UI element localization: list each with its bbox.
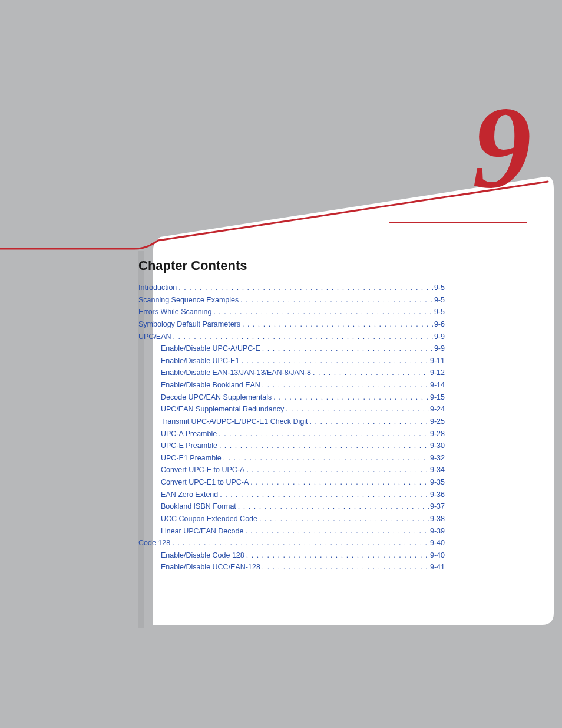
toc-entry-page: 9-25	[429, 416, 445, 428]
toc-leader-dots	[170, 537, 429, 549]
toc-leader-dots	[257, 513, 429, 525]
toc-leader-dots	[217, 440, 429, 452]
toc-entry-page: 9-39	[429, 525, 445, 538]
toc-entry-label: Transmit UPC-A/UPC-E/UPC-E1 Check Digit	[161, 416, 308, 428]
toc-entry-label: Enable/Disable Code 128	[161, 549, 244, 562]
toc-entry-label: UPC-E Preamble	[161, 440, 217, 452]
toc-entry-page: 9-38	[429, 513, 445, 525]
toc-entry-page: 9-24	[429, 403, 445, 416]
toc-entry[interactable]: EAN Zero Extend9-36	[138, 489, 445, 501]
toc-entry[interactable]: Enable/Disable Code 1289-40	[138, 549, 445, 562]
toc-leader-dots	[217, 428, 429, 440]
toc-list: Introduction9-5Scanning Sequence Example…	[138, 282, 445, 574]
toc-entry-page: 9-36	[429, 489, 445, 501]
toc-leader-dots	[284, 403, 429, 416]
toc-leader-dots	[244, 464, 429, 476]
toc-entry[interactable]: UPC-A Preamble9-28	[138, 428, 445, 440]
toc-leader-dots	[171, 331, 433, 343]
toc-entry-label: Enable/Disable UCC/EAN-128	[161, 561, 260, 574]
toc-entry-label: UCC Coupon Extended Code	[161, 513, 257, 525]
toc-entry-label: Introduction	[138, 282, 177, 294]
toc-entry[interactable]: Decode UPC/EAN Supplementals9-15	[138, 391, 445, 404]
toc-entry-label: Enable/Disable EAN-13/JAN-13/EAN-8/JAN-8	[161, 367, 311, 379]
toc-entry[interactable]: Code 1289-40	[138, 537, 445, 549]
toc-entry[interactable]: UCC Coupon Extended Code9-38	[138, 513, 445, 525]
toc-entry-label: Enable/Disable UPC-E1	[161, 355, 239, 367]
toc-leader-dots	[260, 342, 433, 355]
toc-entry-page: 9-5	[433, 282, 445, 294]
toc-leader-dots	[211, 306, 433, 318]
toc-entry-page: 9-35	[429, 476, 445, 489]
toc-entry[interactable]: Errors While Scanning9-5	[138, 306, 445, 318]
toc-entry-label: Linear UPC/EAN Decode	[161, 525, 243, 538]
toc-entry[interactable]: Transmit UPC-A/UPC-E/UPC-E1 Check Digit9…	[138, 416, 445, 428]
toc-entry-label: Convert UPC-E to UPC-A	[161, 464, 244, 476]
toc-entry-page: 9-9	[433, 342, 445, 355]
toc-leader-dots	[218, 489, 429, 501]
toc-leader-dots	[244, 549, 429, 562]
toc-leader-dots	[311, 367, 429, 379]
toc-entry[interactable]: UPC/EAN9-9	[138, 331, 445, 343]
toc-entry[interactable]: Convert UPC-E to UPC-A9-34	[138, 464, 445, 476]
toc-entry-page: 9-40	[429, 549, 445, 562]
toc-entry-label: Convert UPC-E1 to UPC-A	[161, 476, 249, 489]
toc-entry-label: Scanning Sequence Examples	[138, 294, 239, 307]
chapter-number: 9	[472, 88, 527, 206]
toc-entry[interactable]: UPC-E Preamble9-30	[138, 440, 445, 452]
toc-entry[interactable]: Enable/Disable UPC-A/UPC-E9-9	[138, 342, 445, 355]
toc-entry-label: Decode UPC/EAN Supplementals	[161, 391, 272, 404]
toc-entry-page: 9-40	[429, 537, 445, 549]
toc-entry-label: Code 128	[138, 537, 170, 549]
toc-entry[interactable]: Bookland ISBN Format9-37	[138, 500, 445, 513]
toc-entry-page: 9-6	[433, 318, 445, 331]
page: 9 Symbologies Chapter Contents Introduct…	[0, 0, 562, 728]
toc-entry-label: Enable/Disable Bookland EAN	[161, 379, 260, 391]
toc-entry-page: 9-28	[429, 428, 445, 440]
toc-entry-page: 9-32	[429, 452, 445, 465]
toc-entry[interactable]: Enable/Disable Bookland EAN9-14	[138, 379, 445, 391]
toc-entry[interactable]: Linear UPC/EAN Decode9-39	[138, 525, 445, 538]
toc-entry-label: Symbology Default Parameters	[138, 318, 240, 331]
toc-entry-page: 9-5	[433, 294, 445, 307]
toc-entry-page: 9-11	[429, 355, 445, 367]
toc-entry-page: 9-41	[429, 561, 445, 574]
toc-entry[interactable]: Symbology Default Parameters9-6	[138, 318, 445, 331]
toc-entry-label: Errors While Scanning	[138, 306, 211, 318]
toc-entry-label: UPC/EAN Supplemental Redundancy	[161, 403, 284, 416]
toc-leader-dots	[240, 318, 433, 331]
toc-entry[interactable]: Scanning Sequence Examples9-5	[138, 294, 445, 307]
toc-entry-page: 9-15	[429, 391, 445, 404]
toc-leader-dots	[239, 294, 433, 307]
toc-entry-label: UPC/EAN	[138, 331, 171, 343]
toc-leader-dots	[308, 416, 429, 428]
toc-leader-dots	[177, 282, 433, 294]
toc-leader-dots	[249, 476, 429, 489]
toc-entry[interactable]: Introduction9-5	[138, 282, 445, 294]
toc-entry[interactable]: UPC/EAN Supplemental Redundancy9-24	[138, 403, 445, 416]
toc-entry[interactable]: Enable/Disable UCC/EAN-1289-41	[138, 561, 445, 574]
toc-leader-dots	[239, 355, 429, 367]
toc-leader-dots	[243, 525, 429, 538]
toc-entry-label: UPC-E1 Preamble	[161, 452, 222, 465]
toc-entry-label: EAN Zero Extend	[161, 489, 218, 501]
toc-leader-dots	[272, 391, 429, 404]
toc-leader-dots	[260, 561, 429, 574]
toc-entry-label: UPC-A Preamble	[161, 428, 217, 440]
toc-entry[interactable]: Convert UPC-E1 to UPC-A9-35	[138, 476, 445, 489]
toc-leader-dots	[236, 500, 429, 513]
toc-entry-page: 9-9	[433, 331, 445, 343]
toc-entry[interactable]: UPC-E1 Preamble9-32	[138, 452, 445, 465]
toc-entry[interactable]: Enable/Disable EAN-13/JAN-13/EAN-8/JAN-8…	[138, 367, 445, 379]
chapter-contents: Chapter Contents Introduction9-5Scanning…	[138, 258, 445, 574]
toc-entry-page: 9-37	[429, 500, 445, 513]
toc-entry-page: 9-30	[429, 440, 445, 452]
toc-entry-page: 9-12	[429, 367, 445, 379]
toc-entry-page: 9-14	[429, 379, 445, 391]
toc-leader-dots	[222, 452, 429, 465]
toc-entry[interactable]: Enable/Disable UPC-E19-11	[138, 355, 445, 367]
toc-leader-dots	[260, 379, 429, 391]
toc-entry-page: 9-34	[429, 464, 445, 476]
toc-entry-label: Enable/Disable UPC-A/UPC-E	[161, 342, 260, 355]
toc-entry-page: 9-5	[433, 306, 445, 318]
contents-heading: Chapter Contents	[138, 258, 445, 274]
